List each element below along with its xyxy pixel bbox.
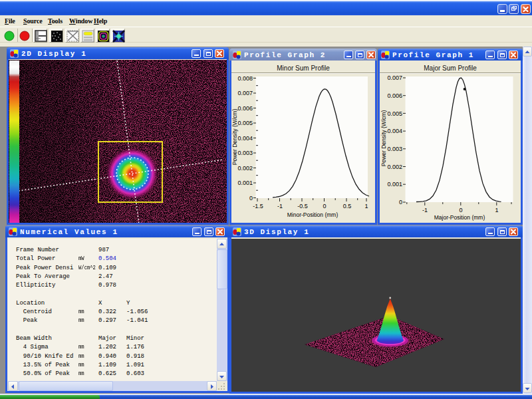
svg-text:0: 0 — [249, 195, 253, 201]
svg-text:Major-Position (mm): Major-Position (mm) — [434, 214, 485, 221]
svg-text:0: 0 — [399, 199, 402, 205]
svg-text:0.002: 0.002 — [237, 165, 253, 172]
svg-text:0.005: 0.005 — [387, 110, 402, 117]
svg-text:0.5: 0.5 — [343, 203, 352, 209]
svg-text:1: 1 — [364, 203, 368, 209]
svg-text:0.003: 0.003 — [237, 150, 253, 156]
svg-text:0.003: 0.003 — [387, 146, 402, 152]
svg-text:0.001: 0.001 — [237, 180, 253, 186]
svg-text:Minor Sum Profile: Minor Sum Profile — [277, 65, 330, 72]
svg-text:Power Density (W/cm): Power Density (W/cm) — [380, 110, 387, 167]
svg-text:0.002: 0.002 — [387, 164, 402, 170]
svg-text:0: 0 — [459, 207, 462, 213]
svg-text:0.008: 0.008 — [237, 75, 253, 82]
svg-text:0.007: 0.007 — [387, 74, 402, 81]
svg-text:0.001: 0.001 — [387, 181, 402, 188]
svg-text:0.007: 0.007 — [237, 90, 253, 96]
svg-text:0.004: 0.004 — [387, 128, 402, 134]
svg-text:0.006: 0.006 — [237, 105, 253, 112]
svg-text:Power Density (W/cm): Power Density (W/cm) — [231, 109, 238, 166]
svg-text:Minor-Position (mm): Minor-Position (mm) — [287, 211, 338, 218]
svg-text:-1: -1 — [277, 203, 283, 209]
svg-text:0.004: 0.004 — [237, 135, 253, 142]
svg-text:-1.5: -1.5 — [253, 203, 263, 209]
svg-text:1: 1 — [495, 207, 498, 213]
svg-text:-0.5: -0.5 — [297, 203, 308, 209]
svg-text:-1: -1 — [422, 207, 428, 213]
svg-text:0.005: 0.005 — [237, 120, 253, 126]
svg-text:0.006: 0.006 — [387, 92, 402, 99]
svg-text:Major Sum Profile: Major Sum Profile — [424, 65, 477, 72]
svg-text:0: 0 — [323, 203, 326, 209]
